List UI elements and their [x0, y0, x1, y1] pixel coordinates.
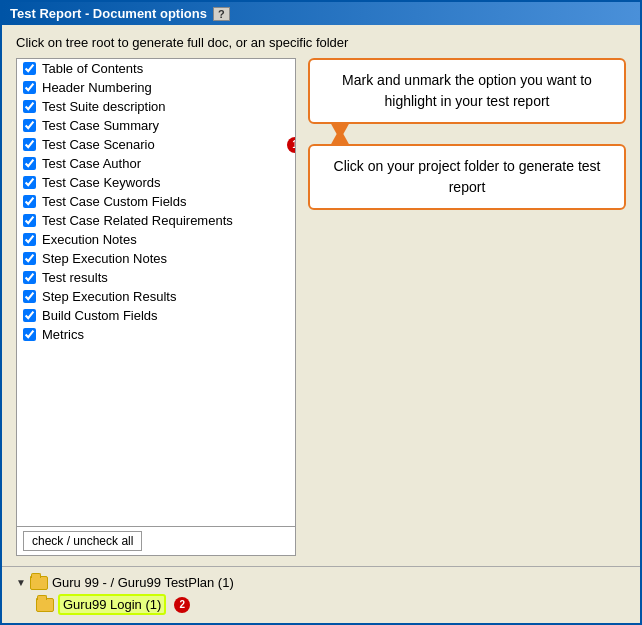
label-case_summary[interactable]: Test Case Summary — [42, 118, 289, 133]
label-test_results[interactable]: Test results — [42, 270, 289, 285]
title-bar: Test Report - Document options ? — [2, 2, 640, 25]
checklist-item-step_exec_results: Step Execution Results — [17, 287, 295, 306]
tree-root-label: Guru 99 - / Guru99 TestPlan (1) — [52, 575, 234, 590]
checkbox-case_keywords[interactable] — [23, 176, 36, 189]
tree-section: ▼ Guru 99 - / Guru99 TestPlan (1) Guru99… — [2, 566, 640, 623]
label-metrics[interactable]: Metrics — [42, 327, 289, 342]
check-all-button[interactable]: check / uncheck all — [23, 531, 142, 551]
label-case_custom[interactable]: Test Case Custom Fields — [42, 194, 289, 209]
checkbox-build_custom[interactable] — [23, 309, 36, 322]
checklist-panel: Table of ContentsHeader NumberingTest Su… — [16, 58, 296, 556]
checklist-item-case_custom: Test Case Custom Fields — [17, 192, 295, 211]
checklist-item-case_related: Test Case Related Requirements — [17, 211, 295, 230]
label-case_keywords[interactable]: Test Case Keywords — [42, 175, 289, 190]
checklist-item-suite_desc: Test Suite description — [17, 97, 295, 116]
label-suite_desc[interactable]: Test Suite description — [42, 99, 289, 114]
checklist-item-step_exec_notes: Step Execution Notes — [17, 249, 295, 268]
checkbox-case_scenario[interactable] — [23, 138, 36, 151]
checklist-item-exec_notes: Execution Notes — [17, 230, 295, 249]
checklist-footer: check / uncheck all — [17, 526, 295, 555]
tree-child-label: Guru99 Login (1) — [63, 597, 161, 612]
main-window: Test Report - Document options ? Click o… — [0, 0, 642, 625]
checkbox-header_num[interactable] — [23, 81, 36, 94]
bottom-callout-text: Click on your project folder to generate… — [334, 158, 601, 195]
tree-child-item[interactable]: Guru99 Login (1) 2 — [36, 594, 626, 615]
checklist-item-metrics: Metrics — [17, 325, 295, 344]
checkbox-test_results[interactable] — [23, 271, 36, 284]
bottom-callout-box: Click on your project folder to generate… — [308, 144, 626, 210]
root-folder-icon — [30, 576, 48, 590]
label-exec_notes[interactable]: Execution Notes — [42, 232, 289, 247]
checklist-item-test_results: Test results — [17, 268, 295, 287]
content-area: Click on tree root to generate full doc,… — [2, 25, 640, 566]
label-build_custom[interactable]: Build Custom Fields — [42, 308, 289, 323]
checklist-item-header_num: Header Numbering — [17, 78, 295, 97]
tree-root-item[interactable]: ▼ Guru 99 - / Guru99 TestPlan (1) — [16, 575, 626, 590]
label-step_exec_notes[interactable]: Step Execution Notes — [42, 251, 289, 266]
top-callout-text: Mark and unmark the option you want to h… — [342, 72, 592, 109]
label-case_related[interactable]: Test Case Related Requirements — [42, 213, 289, 228]
checkbox-step_exec_notes[interactable] — [23, 252, 36, 265]
child-folder-icon — [36, 598, 54, 612]
main-area: Table of ContentsHeader NumberingTest Su… — [16, 58, 626, 556]
checklist-item-case_summary: Test Case Summary — [17, 116, 295, 135]
checklist-item-case_author: Test Case Author — [17, 154, 295, 173]
top-callout-box: Mark and unmark the option you want to h… — [308, 58, 626, 124]
label-step_exec_results[interactable]: Step Execution Results — [42, 289, 289, 304]
instruction-text: Click on tree root to generate full doc,… — [16, 35, 626, 50]
checkbox-toc[interactable] — [23, 62, 36, 75]
help-button[interactable]: ? — [213, 7, 230, 21]
checkbox-suite_desc[interactable] — [23, 100, 36, 113]
checkbox-metrics[interactable] — [23, 328, 36, 341]
checklist-item-build_custom: Build Custom Fields — [17, 306, 295, 325]
label-toc[interactable]: Table of Contents — [42, 61, 289, 76]
checklist-items: Table of ContentsHeader NumberingTest Su… — [17, 59, 295, 526]
checklist-item-case_keywords: Test Case Keywords — [17, 173, 295, 192]
checkbox-case_related[interactable] — [23, 214, 36, 227]
window-title: Test Report - Document options — [10, 6, 207, 21]
tree-child-badge: 2 — [174, 597, 190, 613]
checkbox-case_custom[interactable] — [23, 195, 36, 208]
checkbox-step_exec_results[interactable] — [23, 290, 36, 303]
tree-child-label-highlighted: Guru99 Login (1) — [58, 594, 166, 615]
label-header_num[interactable]: Header Numbering — [42, 80, 289, 95]
checklist-item-case_scenario: Test Case Scenario1 — [17, 135, 295, 154]
checkbox-exec_notes[interactable] — [23, 233, 36, 246]
checklist-item-toc: Table of Contents — [17, 59, 295, 78]
tree-expand-arrow: ▼ — [16, 577, 26, 588]
label-case_author[interactable]: Test Case Author — [42, 156, 289, 171]
checkbox-case_summary[interactable] — [23, 119, 36, 132]
checkbox-case_author[interactable] — [23, 157, 36, 170]
right-panel: Mark and unmark the option you want to h… — [308, 58, 626, 556]
label-case_scenario[interactable]: Test Case Scenario — [42, 137, 289, 152]
